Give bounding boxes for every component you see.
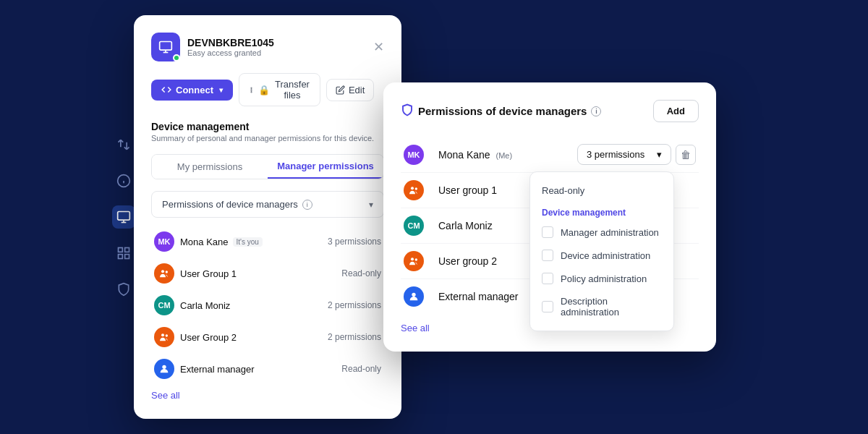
front-info-icon[interactable]: i <box>591 106 601 116</box>
avatar-external-manager <box>154 359 174 379</box>
carla-moniz-name: Carla Moniz <box>180 300 230 311</box>
svg-rect-7 <box>125 248 129 252</box>
svg-point-17 <box>166 271 168 273</box>
me-badge: (Me) <box>496 151 513 160</box>
user-list: MK Mona Kane It's you 3 permissions User… <box>151 226 384 384</box>
dropdown-section-label: Device management <box>530 202 673 221</box>
sidebar-icon-grid[interactable] <box>112 242 135 265</box>
status-dot <box>173 54 180 61</box>
user-row-external-manager[interactable]: External manager Read-only <box>151 354 384 384</box>
svg-point-15 <box>251 91 252 93</box>
user-row-carla-moniz[interactable]: CM Carla Moniz 2 permissions <box>151 290 384 320</box>
lock-icon: 🔒 <box>258 85 270 95</box>
close-button[interactable]: ✕ <box>373 39 384 55</box>
avatar-user-group-1 <box>154 263 174 284</box>
svg-rect-8 <box>119 255 123 259</box>
sidebar <box>112 133 135 301</box>
user-name: Mona Kane <box>180 237 229 247</box>
tab-manager-permissions[interactable]: Manager permissions <box>268 155 383 179</box>
dropdown-item-manager-admin[interactable]: Manager administration <box>530 221 673 244</box>
avatar-mona-kane: MK <box>154 231 174 252</box>
add-button[interactable]: Add <box>653 100 699 122</box>
sidebar-icon-info[interactable] <box>112 169 135 192</box>
svg-point-13 <box>251 89 252 90</box>
front-avatar-external-manager <box>404 286 424 307</box>
dropdown-item-description-admin[interactable]: Description administration <box>530 290 673 323</box>
avatar-user-group-2 <box>154 327 174 347</box>
connect-dropdown-arrow: ▾ <box>219 86 223 94</box>
permissions-header-label: Permissions of device managers <box>162 199 298 210</box>
svg-point-18 <box>161 333 164 336</box>
svg-rect-10 <box>160 42 172 51</box>
svg-rect-9 <box>125 255 129 259</box>
you-badge: It's you <box>233 237 263 247</box>
permissions-section-header[interactable]: Permissions of device managers i ▾ <box>151 191 384 218</box>
svg-rect-3 <box>118 212 130 221</box>
main-card: DEVNBKBRE1045 Easy access granted ✕ Conn… <box>134 15 401 419</box>
svg-point-19 <box>166 334 168 336</box>
front-user-list: MK Mona Kane (Me) 3 permissions ▾ 🗑 Read… <box>401 137 699 314</box>
edit-button[interactable]: Edit <box>326 79 374 101</box>
user-group-1-name: User Group 1 <box>180 268 237 279</box>
front-user-row-mona-kane: MK Mona Kane (Me) 3 permissions ▾ 🗑 Read… <box>401 137 699 173</box>
user-row-mona-kane[interactable]: MK Mona Kane It's you 3 permissions <box>151 226 384 257</box>
shield-icon-front <box>401 103 414 119</box>
connect-button[interactable]: Connect ▾ <box>151 80 233 101</box>
dropdown-panel: Read-only Device management Manager admi… <box>529 171 674 331</box>
svg-point-20 <box>162 365 166 369</box>
front-see-all-link[interactable]: See all <box>401 323 430 333</box>
sidebar-icon-transfer[interactable] <box>112 133 135 156</box>
see-all-link[interactable]: See all <box>151 390 180 401</box>
front-card: Permissions of device managers i Add MK … <box>383 82 716 352</box>
sidebar-icon-shield[interactable] <box>112 278 135 301</box>
permissions-dropdown: 3 permissions ▾ 🗑 Read-only Device manag… <box>577 144 696 165</box>
user-permissions: 3 permissions <box>328 237 381 247</box>
front-avatar-mona-kane: MK <box>404 145 424 165</box>
section-title: Device management <box>151 121 384 132</box>
user-row-user-group-1[interactable]: User Group 1 Read-only <box>151 258 384 289</box>
device-name: DEVNBKBRE1045 <box>187 37 373 48</box>
front-card-header: Permissions of device managers i Add <box>401 100 699 122</box>
read-only-option[interactable]: Read-only <box>530 179 673 202</box>
svg-point-16 <box>161 270 164 273</box>
user-group-2-perm: 2 permissions <box>328 332 381 342</box>
front-user-name-mona: Mona Kane (Me) <box>438 149 577 161</box>
chevron-down-icon: ▾ <box>369 200 373 210</box>
card-header: DEVNBKBRE1045 Easy access granted ✕ <box>151 33 384 61</box>
carla-moniz-perm: 2 permissions <box>328 300 381 310</box>
permissions-tabs: My permissions Manager permissions <box>151 154 384 179</box>
dropdown-button[interactable]: 3 permissions ▾ <box>577 144 671 165</box>
transfer-files-button[interactable]: 🔒 Transfer files <box>239 73 320 106</box>
tab-my-permissions[interactable]: My permissions <box>152 155 268 179</box>
device-status: Easy access granted <box>187 48 373 57</box>
checkbox-device-admin[interactable] <box>542 250 553 261</box>
avatar-carla-moniz: CM <box>154 295 174 315</box>
dropdown-item-policy-admin[interactable]: Policy administration <box>530 267 673 290</box>
svg-rect-6 <box>119 248 123 252</box>
device-info: DEVNBKBRE1045 Easy access granted <box>187 37 373 57</box>
front-avatar-carla-moniz: CM <box>404 216 424 236</box>
svg-point-14 <box>251 88 252 89</box>
user-group-2-name: User Group 2 <box>180 332 237 343</box>
permissions-info-icon[interactable]: i <box>302 200 312 210</box>
svg-point-22 <box>415 187 417 190</box>
checkbox-description-admin[interactable] <box>542 301 553 312</box>
external-manager-perm: Read-only <box>341 364 381 374</box>
svg-point-25 <box>412 293 415 297</box>
front-card-title: Permissions of device managers <box>418 105 587 117</box>
svg-point-23 <box>411 258 414 260</box>
svg-point-21 <box>411 187 414 190</box>
checkbox-policy-admin[interactable] <box>542 273 553 284</box>
checkbox-manager-admin[interactable] <box>542 226 553 238</box>
delete-permission-button[interactable]: 🗑 <box>676 145 696 165</box>
device-icon <box>151 33 180 61</box>
external-manager-name: External manager <box>180 364 255 375</box>
user-row-user-group-2[interactable]: User Group 2 2 permissions <box>151 322 384 352</box>
front-avatar-user-group-2 <box>404 251 424 271</box>
sidebar-icon-monitor[interactable] <box>112 205 135 229</box>
front-avatar-user-group-1 <box>404 180 424 200</box>
dropdown-item-device-admin[interactable]: Device administration <box>530 244 673 267</box>
dropdown-chevron-icon: ▾ <box>657 149 662 160</box>
section-subtitle: Summary of personal and manager permissi… <box>151 134 384 142</box>
user-group-1-perm: Read-only <box>341 268 381 278</box>
